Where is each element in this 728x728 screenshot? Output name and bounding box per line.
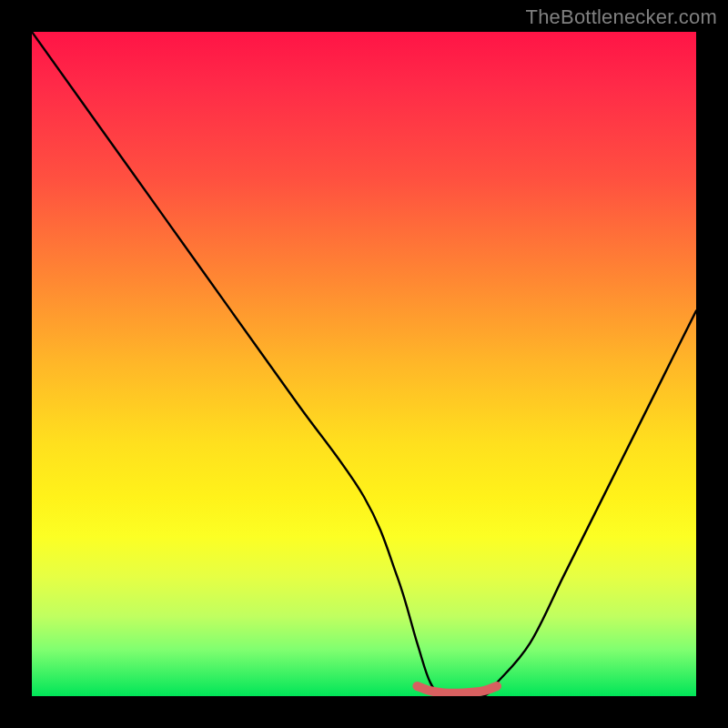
bottleneck-curve-path [32,32,696,696]
optimal-zone-path [417,686,497,693]
chart-frame: TheBottlenecker.com [0,0,728,728]
plot-area [32,32,696,696]
watermark-label: TheBottlenecker.com [526,5,717,29]
chart-svg [32,32,696,696]
